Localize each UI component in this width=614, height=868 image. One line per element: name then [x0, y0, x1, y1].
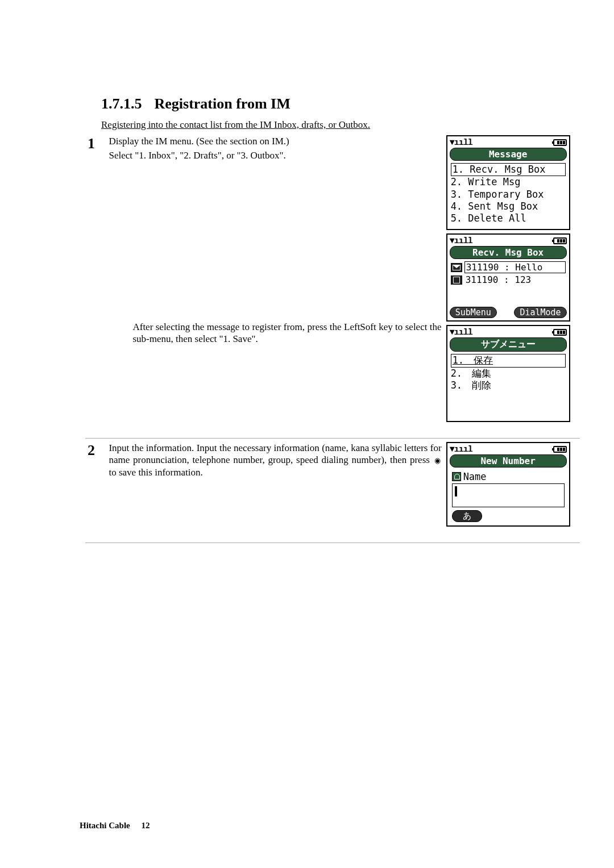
name-input[interactable]: [452, 483, 565, 507]
ime-mode-key[interactable]: あ: [452, 510, 482, 522]
menu-item-temporary-box[interactable]: 3. Temporary Box: [451, 189, 566, 201]
submenu-item-save[interactable]: 1. 保存: [451, 354, 566, 367]
signal-icon: ▼ııll: [450, 236, 472, 246]
page-footer: Hitachi Cable 12: [80, 821, 150, 831]
envelope-icon: [451, 263, 462, 272]
name-label: Name: [463, 471, 487, 482]
step-number-1: 1: [85, 132, 106, 439]
phone-screen-new-number: ▼ıııl New Number Name あ: [446, 442, 570, 527]
softkey-dialmode[interactable]: DialMode: [514, 307, 566, 318]
battery-icon: [553, 446, 567, 453]
step-number-2: 2: [85, 439, 106, 543]
center-key-icon: ◉: [434, 456, 441, 465]
phone-screen-recv-msg-box: ▼ııll Recv. Msg Box 311190 : Hello 31119…: [446, 233, 570, 322]
signal-icon: ▼ııll: [450, 328, 472, 337]
screen-title: New Number: [450, 454, 567, 468]
footer-page-number: 12: [142, 821, 150, 830]
message-text: 311190 : 123: [464, 274, 566, 285]
menu-item-recv-msg-box[interactable]: 1. Recv. Msg Box: [451, 163, 566, 176]
screen-title: サブメニュー: [450, 337, 567, 352]
signal-icon: ▼ıııl: [450, 445, 472, 454]
message-text: 311190 : Hello: [464, 261, 566, 273]
battery-icon: [553, 139, 567, 146]
submenu-item-delete[interactable]: 3. 削除: [451, 379, 566, 391]
step1-line2: Select "1. Inbox", "2. Drafts", or "3. O…: [109, 149, 441, 161]
steps-table: 1 Display the IM menu. (See the section …: [85, 132, 580, 543]
document-icon: [451, 276, 462, 285]
phone-screen-submenu: ▼ııll サブメニュー 1. 保存 2. 編集 3. 削除: [446, 325, 570, 422]
person-icon: [452, 472, 461, 481]
message-row[interactable]: 311190 : Hello: [451, 261, 566, 273]
screen-title: Message: [450, 148, 567, 161]
step1-para2: After selecting the message to register …: [132, 321, 441, 345]
screen-title: Recv. Msg Box: [450, 246, 567, 259]
step2-desc-after: to save this information.: [109, 467, 202, 478]
heading-number: 1.7.1.5: [101, 95, 142, 112]
softkey-submenu[interactable]: SubMenu: [450, 307, 497, 318]
battery-icon: [553, 237, 567, 244]
heading-title: Registration from IM: [155, 95, 291, 112]
step2-desc-before: Input the information. Input the necessa…: [109, 443, 441, 465]
menu-item-sent-msg-box[interactable]: 4. Sent Msg Box: [451, 201, 566, 212]
step1-line1: Display the IM menu. (See the section on…: [109, 135, 441, 147]
menu-item-delete-all[interactable]: 5. Delete All: [451, 212, 566, 224]
phone-screen-message-menu: ▼ııll Message 1. Recv. Msg Box 2. Write …: [446, 135, 570, 230]
intro-text: Registering into the contact list from t…: [101, 119, 551, 131]
signal-icon: ▼ııll: [450, 138, 472, 148]
menu-item-write-msg[interactable]: 2. Write Msg: [451, 176, 566, 188]
battery-icon: [553, 329, 567, 336]
footer-company: Hitachi Cable: [80, 821, 130, 830]
message-row[interactable]: 311190 : 123: [451, 274, 566, 285]
submenu-item-edit[interactable]: 2. 編集: [451, 368, 566, 379]
